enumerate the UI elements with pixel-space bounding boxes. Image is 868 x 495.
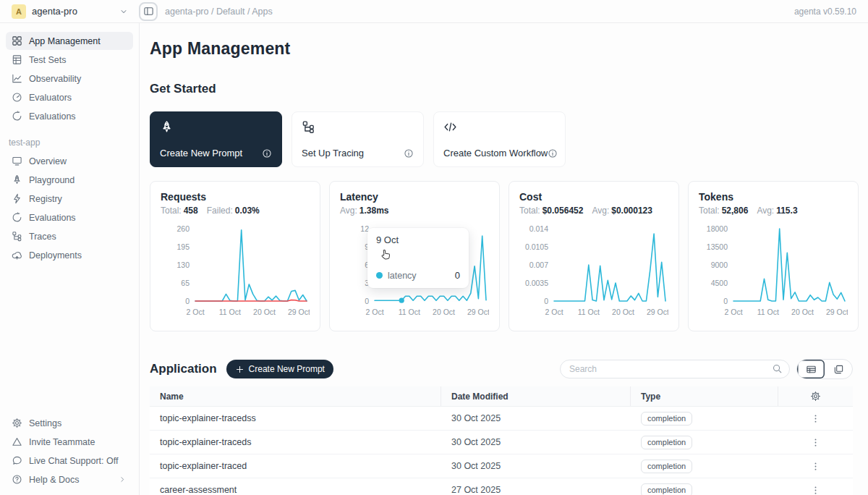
sidebar-item-invite-teammate[interactable]: Invite Teammate — [6, 433, 133, 451]
sidebar-item-test-sets[interactable]: Test Sets — [6, 51, 133, 69]
svg-text:0.007: 0.007 — [529, 261, 548, 269]
search-input[interactable] — [560, 360, 790, 378]
cell-name: career-assessment — [150, 485, 441, 495]
sidebar-item-label: Settings — [29, 418, 61, 428]
column-header-type: Type — [631, 386, 778, 406]
create-new-prompt-button[interactable]: Create New Prompt — [226, 360, 333, 378]
cell-actions — [778, 413, 853, 424]
triangle-icon — [12, 436, 22, 447]
svg-text:2 Oct: 2 Oct — [545, 308, 563, 316]
chart-stat: Avg:1.38ms — [340, 206, 389, 216]
sidebar-item-live-chat-support-off[interactable]: Live Chat Support: Off — [6, 452, 133, 470]
table-row[interactable]: topic-explainer-traceds30 Oct 2025comple… — [150, 431, 853, 454]
code-icon — [443, 120, 457, 134]
get-started-card-bottom: Set Up Tracing — [302, 148, 414, 158]
table-row[interactable]: topic-explainer-traced30 Oct 2025complet… — [150, 454, 853, 478]
applications-table: NameDate ModifiedType topic-explainer-tr… — [150, 386, 853, 495]
table-header: NameDate ModifiedType — [150, 386, 853, 407]
cell-actions — [778, 485, 853, 495]
sidebar-item-label: Deployments — [29, 250, 82, 261]
chart-card-requests: RequestsTotal:458Failed:0.03%06513019526… — [150, 181, 320, 331]
svg-text:13500: 13500 — [707, 242, 728, 251]
sidebar-item-evaluators[interactable]: Evaluators — [6, 88, 133, 106]
chart-stat: Total:52,806 — [699, 206, 748, 216]
table-row[interactable]: career-assessment27 Oct 2025completion — [150, 478, 853, 495]
cell-actions — [778, 437, 853, 448]
chart-card-latency: LatencyAvg:1.38ms0369122 Oct11 Oct20 Oct… — [329, 181, 500, 331]
table-row[interactable]: topic-explainer-tracedss30 Oct 2025compl… — [150, 407, 853, 431]
version-label: agenta v0.59.10 — [794, 7, 856, 17]
sidebar-item-deployments[interactable]: Deployments — [6, 246, 133, 264]
cell-name: topic-explainer-traced — [150, 461, 441, 471]
sidebar-item-playground[interactable]: Playground — [6, 171, 133, 189]
sidebar-item-evaluations[interactable]: Evaluations — [6, 208, 133, 227]
chart-stats-tokens: Total:52,806Avg:115.3 — [699, 206, 848, 216]
chart-stat: Total:458 — [161, 206, 198, 216]
svg-text:11 Oct: 11 Oct — [578, 308, 600, 316]
tooltip-date: 9 Oct — [376, 234, 460, 245]
chart-stats-latency: Avg:1.38ms — [340, 206, 489, 216]
get-started-card-set-up-tracing[interactable]: Set Up Tracing — [292, 111, 424, 167]
grid-icon — [12, 35, 22, 46]
sidebar-item-observability[interactable]: Observability — [6, 69, 133, 88]
svg-text:29 Oct: 29 Oct — [647, 308, 668, 316]
tooltip-series-dot — [376, 272, 383, 279]
breadcrumb: agenta-pro / Default / Apps — [165, 7, 273, 17]
cell-actions — [778, 461, 853, 472]
get-started-card-create-custom-workflow[interactable]: Create Custom Workflow — [433, 111, 566, 167]
chart-stat: Total:$0.056452 — [519, 206, 583, 216]
sidebar-item-overview[interactable]: Overview — [6, 152, 133, 170]
svg-text:20 Oct: 20 Oct — [433, 308, 455, 316]
page-title: App Management — [150, 39, 853, 59]
row-menu-button[interactable] — [810, 437, 821, 448]
table-icon — [12, 54, 22, 65]
sidebar-item-help-docs[interactable]: Help & Docs — [6, 470, 133, 488]
cell-name: topic-explainer-tracedss — [150, 413, 441, 423]
sidebar-item-app-management[interactable]: App Management — [6, 32, 133, 50]
chart-stat: Failed:0.03% — [207, 206, 260, 216]
type-badge: completion — [641, 460, 692, 473]
svg-text:18000: 18000 — [707, 224, 728, 233]
svg-text:0: 0 — [544, 297, 548, 305]
view-toggle-table-view[interactable] — [797, 360, 825, 378]
view-toggle-card-view[interactable] — [825, 360, 852, 378]
sidebar-item-label: App Management — [29, 36, 101, 46]
svg-text:29 Oct: 29 Oct — [288, 308, 310, 316]
top-header: A agenta-pro agenta-pro / Default / Apps… — [0, 0, 868, 23]
sidebar-item-settings[interactable]: Settings — [6, 414, 133, 432]
card-view-icon — [833, 364, 844, 375]
sidebar-item-registry[interactable]: Registry — [6, 190, 133, 208]
search-icon[interactable] — [772, 363, 783, 374]
svg-text:2 Oct: 2 Oct — [186, 308, 204, 316]
workspace-switcher[interactable]: A agenta-pro — [12, 4, 129, 19]
sidebar-toggle-button[interactable] — [139, 2, 158, 21]
chart-title-requests: Requests — [161, 191, 310, 203]
chart-title-latency: Latency — [340, 191, 489, 203]
row-menu-button[interactable] — [810, 461, 821, 472]
cursor-hand-icon — [378, 248, 393, 262]
sidebar-app-group: OverviewPlaygroundRegistryEvaluationsTra… — [6, 152, 133, 265]
application-bar: Application Create New Prompt — [150, 359, 853, 379]
sidebar-item-traces[interactable]: Traces — [6, 227, 133, 245]
get-started-card-bottom: Create New Prompt — [160, 148, 272, 158]
svg-text:0: 0 — [365, 297, 369, 305]
get-started-cards: Create New PromptSet Up TracingCreate Cu… — [150, 111, 853, 167]
cell-date: 30 Oct 2025 — [441, 461, 631, 471]
type-badge: completion — [641, 412, 692, 426]
row-menu-button[interactable] — [810, 413, 821, 424]
create-new-prompt-label: Create New Prompt — [249, 364, 325, 374]
row-menu-button[interactable] — [810, 485, 821, 495]
svg-text:4500: 4500 — [711, 279, 728, 287]
application-heading: Application — [150, 362, 217, 376]
chart-plot-requests: 0651301952602 Oct11 Oct20 Oct29 Oct — [161, 223, 310, 323]
chart-card-tokens: TokensTotal:52,806Avg:115.30450090001350… — [688, 181, 859, 331]
question-icon — [12, 474, 22, 485]
get-started-card-create-new-prompt[interactable]: Create New Prompt — [150, 111, 282, 167]
chart-stats-cost: Total:$0.056452Avg:$0.000123 — [519, 206, 668, 216]
sidebar-item-label: Evaluations — [29, 213, 76, 223]
svg-text:0: 0 — [723, 297, 728, 305]
sidebar-item-label: Help & Docs — [29, 475, 79, 485]
sidebar-bottom-group: SettingsInvite TeammateLive Chat Support… — [6, 414, 133, 489]
get-started-card-label: Create Custom Workflow — [443, 148, 548, 158]
sidebar-item-evaluations[interactable]: Evaluations — [6, 107, 133, 125]
